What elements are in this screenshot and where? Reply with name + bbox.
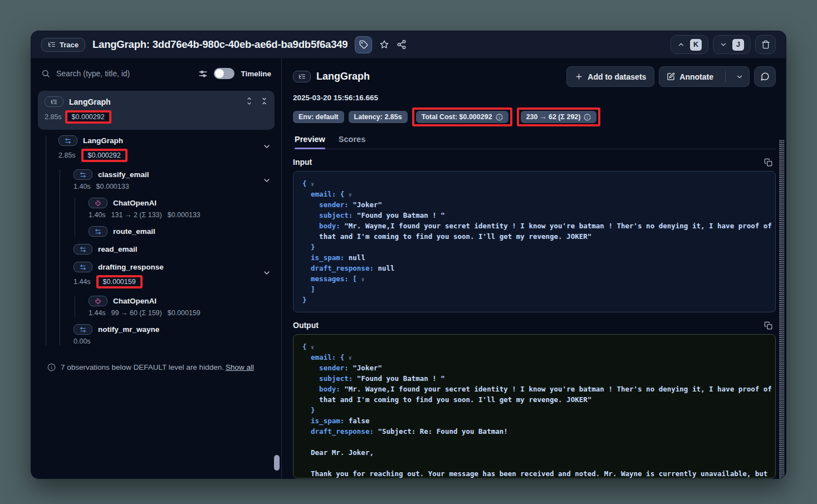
tag-icon: [359, 40, 368, 49]
annotate-dropdown-button[interactable]: [730, 67, 749, 86]
tab-scores[interactable]: Scores: [339, 135, 365, 149]
node-duration: 1.40s: [74, 183, 91, 190]
copy-input-button[interactable]: [764, 158, 772, 167]
trace-timestamp: 2025-03-20 15:56:16.665: [293, 94, 776, 102]
chevron-down-icon: [736, 73, 743, 81]
node-cost-annotated: $0.000292: [81, 149, 128, 162]
collapse-node-chevron[interactable]: [262, 176, 271, 187]
detail-title: LangGraph: [316, 71, 370, 82]
code-line: body: "Mr. Wayne,I found your secret ide…: [302, 221, 766, 231]
input-json-viewer[interactable]: { ∨ email: { ∨ sender: "Joker" subject: …: [293, 171, 776, 312]
trace-badge-label: Trace: [60, 41, 79, 49]
code-line: that and I'm coming to find you soon. I'…: [302, 394, 766, 405]
node-cost: $0.000159: [168, 309, 200, 317]
info-icon: [47, 363, 56, 375]
copy-output-button[interactable]: [764, 321, 772, 330]
code-line: [302, 437, 766, 447]
hidden-observations-notice: 7 observations below DEFAULT level are h…: [38, 353, 275, 375]
expand-all-icon[interactable]: [245, 97, 253, 105]
tab-preview[interactable]: Preview: [295, 135, 325, 149]
sidebar-scrollbar-thumb[interactable]: [274, 455, 280, 471]
toggle-knob: [215, 69, 224, 78]
tree-node-LangGraph[interactable]: LangGraph2.85s$0.000292classify_email1.4…: [58, 135, 275, 345]
button-divider: [725, 71, 726, 82]
tree-node-ChatOpenAI[interactable]: ChatOpenAI1.44s99 → 60 (Σ 159)$0.000159: [89, 296, 275, 317]
main-scrollbar[interactable]: [779, 140, 784, 478]
delete-trace-button[interactable]: [755, 35, 776, 54]
add-to-datasets-button[interactable]: Add to datasets: [566, 66, 654, 87]
info-icon: [584, 114, 591, 121]
star-icon: [379, 40, 389, 50]
tree-node-classify_email[interactable]: classify_email1.40s$0.000133ChatOpenAI1.…: [74, 169, 275, 237]
tree-node-label: drafting_response: [98, 263, 164, 271]
tree-node-label: route_email: [113, 227, 155, 236]
key-hint-k: K: [690, 39, 702, 51]
output-json-viewer[interactable]: { ∨ email: { ∨ sender: "Joker" subject: …: [293, 334, 776, 478]
code-line: that and I'm coming to find you soon. I'…: [302, 231, 766, 242]
code-line: draft_response: null: [302, 263, 766, 273]
node-duration: 1.44s: [89, 309, 106, 317]
input-section-label: Input: [293, 158, 312, 167]
node-cost: $0.000133: [168, 211, 200, 219]
collapse-node-chevron[interactable]: [262, 268, 271, 280]
comments-button[interactable]: [754, 66, 776, 87]
annotate-button[interactable]: Annotate: [659, 67, 721, 86]
tree-node-label: LangGraph: [83, 136, 123, 145]
code-line: messages: [ ∨: [302, 273, 766, 284]
node-duration: 1.40s: [89, 211, 106, 219]
code-line: email: { ∨: [302, 352, 766, 363]
search-input[interactable]: [56, 69, 192, 78]
tree-node-ChatOpenAI[interactable]: ChatOpenAI1.40s131 → 2 (Σ 133)$0.000133: [89, 198, 275, 219]
tree-node-notify_mr_wayne[interactable]: notify_mr_wayne0.00s: [74, 324, 275, 345]
tree-node-read_email[interactable]: read_email: [74, 244, 275, 255]
chevron-down-icon: [720, 41, 727, 48]
next-trace-button[interactable]: J: [713, 35, 751, 54]
tag-button[interactable]: [355, 36, 372, 53]
span-icon: [74, 244, 92, 255]
collapse-all-icon[interactable]: [260, 97, 268, 105]
trash-icon: [761, 40, 770, 49]
node-cost: $0.000133: [96, 183, 129, 190]
code-line: Thank you for reaching out. Your message…: [302, 468, 766, 478]
plus-icon: [575, 72, 583, 81]
chevron-up-icon: [677, 41, 685, 48]
output-section-label: Output: [293, 321, 319, 330]
trace-type-badge: Trace: [41, 38, 85, 52]
share-button[interactable]: [397, 40, 407, 50]
comment-bubble-icon: [760, 72, 770, 81]
tree-node-children: ChatOpenAI1.40s131 → 2 (Σ 133)$0.000133r…: [75, 198, 275, 237]
collapse-node-chevron[interactable]: [262, 142, 271, 153]
timeline-toggle[interactable]: [214, 68, 234, 79]
code-line: Dear Mr. Joker,: [302, 447, 766, 458]
observation-tree-children: LangGraph2.85s$0.000292classify_email1.4…: [46, 135, 275, 345]
total-cost-badge[interactable]: Total Cost: $0.000292: [416, 111, 508, 123]
observation-tree: LangGraph 2.85s $0.000292 LangGraph2.85s…: [31, 89, 281, 478]
tree-node-children: ChatOpenAI1.44s99 → 60 (Σ 159)$0.000159: [75, 296, 275, 317]
code-line: { ∨: [302, 178, 766, 189]
node-duration: 0.00s: [74, 337, 91, 345]
root-node-duration: 2.85s: [45, 113, 62, 121]
show-all-link[interactable]: Show all: [226, 363, 254, 371]
tree-node-label: classify_email: [98, 170, 149, 179]
trace-title: LangGraph: 3dd76e4b-980c-40eb-ae6d-ba9db…: [92, 38, 348, 51]
tree-node-drafting_response[interactable]: drafting_response1.44s$0.000159ChatOpenA…: [74, 262, 275, 317]
view-settings-button[interactable]: [198, 69, 208, 79]
previous-trace-button[interactable]: K: [671, 35, 708, 54]
code-line: ]: [302, 284, 766, 295]
code-line: is_spam: null: [302, 252, 766, 263]
star-button[interactable]: [379, 40, 389, 50]
code-line: sender: "Joker": [302, 363, 766, 373]
timeline-toggle-label: Timeline: [241, 70, 271, 78]
node-duration: 2.85s: [58, 151, 76, 159]
token-usage-badge[interactable]: 230 → 62 (Σ 292): [521, 111, 597, 123]
latency-badge: Latency: 2.85s: [349, 111, 408, 123]
span-icon: [74, 169, 92, 180]
tree-node-root-selected[interactable]: LangGraph 2.85s $0.000292: [38, 91, 275, 130]
code-line: draft_response: "Subject: Re: Found you …: [302, 426, 766, 437]
code-line: }: [302, 405, 766, 415]
code-line: subject: "Found you Batman ! ": [302, 373, 766, 384]
tree-node-route_email[interactable]: route_email: [89, 226, 275, 237]
code-line: }: [302, 295, 766, 305]
tree-node-children: classify_email1.40s$0.000133ChatOpenAI1.…: [60, 169, 275, 345]
observation-type-icon: [293, 71, 311, 82]
